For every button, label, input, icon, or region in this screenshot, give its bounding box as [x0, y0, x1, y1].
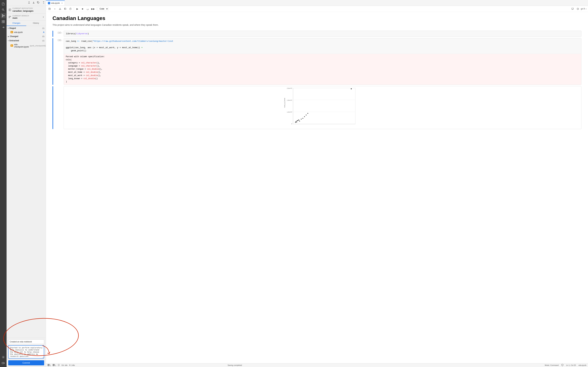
cell-2[interactable]: [2]: library(tidyverse)	[52, 31, 581, 37]
cut-btn[interactable]	[58, 7, 62, 11]
svg-line-1	[4, 10, 4, 11]
status-kernel-badge: K	[58, 364, 60, 366]
cell-3[interactable]: [3]: can_lang <- read_csv("https://raw.g…	[52, 38, 581, 85]
repository-section: Current Repository canadian_languages	[7, 6, 46, 14]
svg-rect-21	[293, 88, 355, 124]
svg-rect-18	[65, 8, 66, 10]
branch-chevron-icon[interactable]: ▾	[43, 16, 44, 18]
cell-chart-prompt	[54, 86, 64, 129]
svg-text:S: S	[48, 364, 49, 366]
svg-rect-7	[2, 22, 3, 23]
interrupt-btn[interactable]: ■	[80, 7, 85, 11]
svg-point-11	[38, 2, 38, 2]
kernel-icon: K	[58, 364, 60, 366]
activity-settings-icon[interactable]	[1, 355, 6, 360]
save-btn[interactable]	[47, 7, 52, 11]
sidebar-toolbar	[7, 0, 46, 6]
notebook-content: Canadian Languages This project aims to …	[46, 12, 588, 363]
time-btn[interactable]	[576, 7, 580, 11]
branch-section[interactable]: Current Branch main ▾	[7, 14, 46, 21]
cell-chart-bar	[52, 86, 53, 129]
chart-svg: 0 1.0e+07 1.5e+07 2.0e+07 most_at_home	[64, 86, 581, 129]
restart-run-btn[interactable]: ▶▶	[91, 7, 95, 11]
tab-bar: N eda.ipynb ×	[46, 0, 588, 6]
pull-icon[interactable]	[32, 1, 35, 5]
activity-git-icon[interactable]	[1, 25, 6, 30]
svg-rect-8	[3, 22, 5, 23]
svg-point-16	[59, 9, 60, 10]
status-line-badge: 1 1	[53, 364, 56, 366]
restart-btn[interactable]	[86, 7, 90, 11]
svg-point-32	[295, 122, 296, 123]
notebook-tab-close-icon[interactable]: ×	[61, 2, 63, 4]
svg-rect-5	[2, 20, 3, 21]
status-bar: S 1 1 1 K Git: idle R | Idle Saving comp…	[46, 363, 588, 367]
activity-extensions2-icon[interactable]	[1, 360, 6, 366]
refresh-icon[interactable]	[41, 1, 44, 5]
tag-icon[interactable]	[37, 1, 40, 5]
svg-point-36	[298, 120, 298, 121]
notebook-toolbar: + ▶ ■ ▶▶ Code	[46, 6, 588, 12]
git-label: git	[581, 8, 583, 10]
commit-description-input[interactable]: Started to perform exploratory data anal…	[8, 345, 44, 359]
copy-btn[interactable]	[63, 7, 68, 11]
branch-label: Current Branch	[12, 15, 29, 17]
svg-point-34	[296, 122, 297, 123]
tab-changes[interactable]: Changes	[7, 21, 26, 26]
commit-button[interactable]: Commit	[8, 360, 44, 365]
untracked-file-checkpoint[interactable]: N eda-checkpoint.ipynb .ipynb_checkpoint…	[7, 43, 46, 49]
svg-text:2.0e+07: 2.0e+07	[287, 87, 292, 89]
checkpoint-file-icon: N	[10, 44, 13, 47]
untracked-chevron-icon: ▾	[8, 40, 9, 42]
svg-point-37	[298, 120, 299, 120]
svg-point-13	[9, 16, 9, 17]
repo-label: Current Repository	[12, 8, 34, 9]
add-cell-btn[interactable]: +	[52, 7, 57, 11]
staged-file-status: A	[43, 31, 44, 33]
staged-file-eda[interactable]: N eda.ipynb A	[7, 30, 46, 34]
svg-point-33	[296, 121, 296, 122]
svg-text:1.5e+07: 1.5e+07	[287, 100, 292, 101]
activity-search-icon[interactable]	[1, 7, 6, 12]
staged-section-header[interactable]: ▾ Staged (1)	[7, 26, 46, 30]
sidebar: Current Repository canadian_languages Cu…	[7, 0, 46, 367]
paste-btn[interactable]	[68, 7, 73, 11]
cell-type-select[interactable]: Code	[97, 7, 108, 11]
svg-point-0	[2, 9, 4, 10]
notebook-tab-eda[interactable]: N eda.ipynb ×	[46, 0, 65, 5]
svg-point-3	[2, 16, 3, 17]
commit-section: Started to perform exploratory data anal…	[7, 338, 46, 367]
commit-title-input[interactable]	[8, 340, 44, 344]
cell-chart: 0 1.0e+07 1.5e+07 2.0e+07 most_at_home	[52, 86, 581, 129]
run-btn[interactable]: ▶	[75, 7, 79, 11]
cell-2-code: library(tidyverse)	[64, 31, 581, 37]
cell-3-output: Parsed with column specification: cols( …	[64, 54, 581, 85]
status-git: Git: idle	[61, 364, 68, 366]
chat-btn[interactable]	[570, 7, 575, 11]
notebook-tab-name: eda.ipynb	[51, 2, 60, 4]
changes-list: ▾ Staged (1) N eda.ipynb A ▶ Changed (0)…	[7, 26, 46, 338]
status-mode: Mode: Command	[545, 364, 559, 366]
cell-3-content[interactable]: can_lang <- read_csv("https://raw.github…	[64, 38, 581, 85]
tab-history[interactable]: History	[26, 21, 46, 26]
push-icon[interactable]	[27, 1, 31, 5]
staged-count: (1)	[42, 27, 44, 29]
svg-point-31	[351, 88, 352, 89]
status-bar-left: S 1 1 1 K Git: idle R | Idle	[48, 364, 75, 366]
activity-source-control-icon[interactable]	[1, 13, 6, 18]
status-file: eda.ipynb	[579, 364, 586, 366]
eda-file-icon: N	[10, 31, 13, 33]
activity-files-icon[interactable]	[1, 1, 6, 7]
changed-section-header[interactable]: ▶ Changed (0)	[7, 34, 46, 39]
untracked-file-name: eda-checkpoint.ipynb	[14, 43, 29, 48]
untracked-title: Untracked	[9, 40, 42, 42]
svg-text:1.0e+07: 1.0e+07	[287, 111, 292, 113]
cell-2-content[interactable]: library(tidyverse)	[64, 31, 581, 37]
status-r: R | Idle	[69, 364, 75, 366]
status-s-badge: S 1	[48, 364, 51, 366]
r-circle-label: R ○	[584, 8, 587, 10]
activity-extensions-icon[interactable]	[1, 19, 6, 24]
svg-point-43	[307, 113, 308, 114]
status-center: Saving completed	[228, 364, 242, 366]
untracked-section-header[interactable]: ▾ Untracked (1)	[7, 39, 46, 43]
